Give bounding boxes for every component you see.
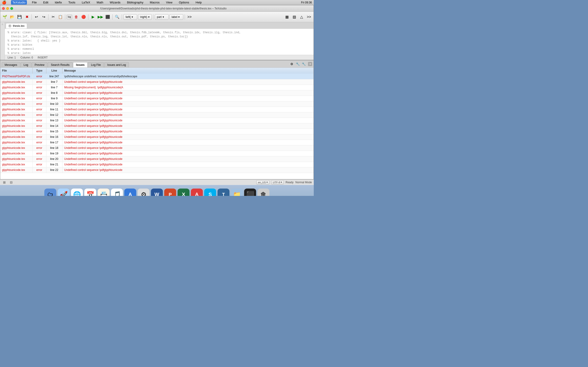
dock-chrome[interactable]: 🌐 bbox=[71, 189, 83, 196]
tab-issues-and-log[interactable]: Issues and Log bbox=[104, 62, 129, 67]
dock-terminal[interactable]: ⬛ bbox=[244, 189, 256, 196]
table-row[interactable]: glyphtounicode.texerrorline 19Undefined … bbox=[0, 151, 313, 156]
table-row[interactable]: glyphtounicode.texerrorline 15Undefined … bbox=[0, 129, 313, 134]
encoding-dropdown[interactable]: UTF-8▾ bbox=[271, 180, 284, 184]
close-button[interactable]: ✖ bbox=[24, 14, 30, 20]
editor-line-4: % arara: bibtex bbox=[8, 43, 32, 47]
table-row[interactable]: glyphtounicode.texerrorline 20Undefined … bbox=[0, 156, 313, 162]
dock-itunes[interactable]: 🎵 bbox=[111, 189, 123, 196]
panel-left-icon[interactable]: ⊞ bbox=[2, 180, 7, 185]
compile-next-button[interactable]: ▶▶ bbox=[97, 14, 104, 20]
table-row[interactable]: glyphtounicode.texerrorline 18Undefined … bbox=[0, 145, 313, 151]
dock-launcher[interactable]: 🚀 bbox=[58, 189, 69, 196]
left-cmd-dropdown[interactable]: \left(▾ bbox=[123, 14, 137, 20]
view-mode-1[interactable]: ▦ bbox=[284, 14, 290, 20]
filter-icon[interactable]: 🔧 bbox=[295, 61, 300, 67]
menu-macros[interactable]: Macros bbox=[148, 0, 161, 5]
maximize-window-button[interactable] bbox=[10, 7, 13, 10]
minimize-window-button[interactable] bbox=[6, 7, 9, 10]
copy-button[interactable]: 📋 bbox=[57, 14, 64, 20]
label-dropdown[interactable]: label▾ bbox=[170, 14, 183, 20]
table-row[interactable]: glyphtounicode.texerrorline 22Undefined … bbox=[0, 167, 313, 173]
table-row[interactable]: glyphtounicode.texerrorline 12Undefined … bbox=[0, 112, 313, 118]
view-mode-4[interactable]: >> bbox=[306, 14, 312, 20]
dock-systemprefs[interactable]: ⚙ bbox=[138, 189, 149, 196]
stop-button[interactable]: 🔴 bbox=[80, 14, 87, 20]
editor-text-area[interactable]: % arara: clean: { files: [thesis.aux, th… bbox=[5, 29, 313, 55]
view-mode-3[interactable]: △ bbox=[298, 14, 305, 20]
close-panel-button[interactable]: ✕ bbox=[308, 62, 312, 66]
col-header-type: Type bbox=[32, 68, 46, 74]
dock-addressbook[interactable]: 📇 bbox=[98, 189, 110, 196]
apple-menu[interactable]: 🍎 bbox=[2, 0, 6, 5]
dock-powerpoint[interactable]: P bbox=[164, 189, 176, 196]
dock-files[interactable]: 📁 bbox=[231, 189, 243, 196]
tab-search-results[interactable]: Search Results bbox=[48, 62, 72, 67]
menu-file[interactable]: File bbox=[31, 0, 38, 5]
remove-button[interactable]: 🗑 bbox=[73, 14, 79, 20]
dock-trash[interactable]: 🗑 bbox=[258, 189, 269, 196]
table-row[interactable]: glyphtounicode.texerrorline 13Undefined … bbox=[0, 118, 313, 123]
menu-wizards[interactable]: Wizards bbox=[108, 0, 122, 5]
menu-view[interactable]: View bbox=[165, 0, 174, 5]
menu-options[interactable]: Options bbox=[178, 0, 191, 5]
settings-icon[interactable]: ⚙ bbox=[289, 61, 294, 67]
table-row[interactable]: glyphtounicode.texerrorline 7Undefined c… bbox=[0, 79, 313, 85]
table-row[interactable]: glyphtounicode.texerrorline 8Undefined c… bbox=[0, 90, 313, 96]
table-row[interactable]: PhDThesisPSnPDF.clserrorline 247\pdfshel… bbox=[0, 74, 313, 79]
table-row[interactable]: glyphtounicode.texerrorline 11Undefined … bbox=[0, 107, 313, 112]
dock-calendar[interactable]: 📅 bbox=[84, 189, 96, 196]
panel-right-icon[interactable]: ⊟ bbox=[9, 180, 14, 185]
cell-type: error bbox=[32, 101, 46, 107]
dock-acrobat[interactable]: A bbox=[191, 189, 203, 196]
menu-latex[interactable]: LaTeX bbox=[80, 0, 92, 5]
tab-close-button[interactable]: ✕ bbox=[8, 24, 11, 27]
dock-finder[interactable]: 🗂 bbox=[44, 189, 56, 196]
menu-help[interactable]: Help bbox=[194, 0, 203, 5]
menu-idefix[interactable]: Idefix bbox=[53, 0, 63, 5]
dock-word[interactable]: W bbox=[151, 189, 163, 196]
log-button[interactable]: log bbox=[67, 15, 72, 19]
clear-icon[interactable]: 🔧 bbox=[301, 61, 306, 67]
dock-texstudio[interactable]: T bbox=[217, 189, 229, 196]
right-cmd-dropdown[interactable]: \right)▾ bbox=[138, 14, 152, 20]
dock-skype[interactable]: S bbox=[204, 189, 216, 196]
tab-log[interactable]: Log bbox=[21, 62, 31, 67]
close-window-button[interactable] bbox=[2, 7, 5, 10]
language-dropdown[interactable]: en_US▾ bbox=[256, 180, 269, 184]
compile-button[interactable]: ▶ bbox=[90, 14, 96, 20]
tab-preview[interactable]: Preview bbox=[32, 62, 48, 67]
tab-messages[interactable]: Messages bbox=[2, 62, 20, 67]
cut-button[interactable]: ✂ bbox=[50, 14, 56, 20]
undo-button[interactable]: ↩ bbox=[33, 14, 40, 20]
save-button[interactable]: 💾 bbox=[16, 14, 23, 20]
part-dropdown[interactable]: part▾ bbox=[155, 14, 169, 20]
table-row[interactable]: glyphtounicode.texerrorline 16Undefined … bbox=[0, 134, 313, 140]
table-row[interactable]: glyphtounicode.texerrorline 21Undefined … bbox=[0, 162, 313, 167]
redo-button[interactable]: ↪ bbox=[40, 14, 47, 20]
table-row[interactable]: glyphtounicode.texerrorline 7Missing \be… bbox=[0, 85, 313, 90]
tab-log-file[interactable]: Log File bbox=[88, 62, 104, 67]
view-mode-2[interactable]: ▧ bbox=[291, 14, 297, 20]
dock-excel[interactable]: X bbox=[178, 189, 190, 196]
table-row[interactable]: glyphtounicode.texerrorline 10Undefined … bbox=[0, 101, 313, 107]
menu-bibliography[interactable]: Bibliography bbox=[126, 0, 145, 5]
more-button[interactable]: >> bbox=[186, 14, 193, 20]
titlebar: /Users/greennell/Downloads/phd-thesis-te… bbox=[0, 5, 313, 12]
table-row[interactable]: glyphtounicode.texerrorline 9Undefined c… bbox=[0, 96, 313, 101]
menu-math[interactable]: Math bbox=[95, 0, 105, 5]
menu-edit[interactable]: Edit bbox=[42, 0, 50, 5]
cell-file: glyphtounicode.tex bbox=[0, 162, 32, 167]
tab-issues[interactable]: Issues bbox=[73, 62, 87, 67]
stop-compile-button[interactable]: ⬛ bbox=[104, 14, 111, 20]
menu-tools[interactable]: Tools bbox=[67, 0, 77, 5]
open-button[interactable]: 📂 bbox=[9, 14, 15, 20]
dock-appstore[interactable]: A bbox=[124, 189, 136, 196]
menu-texstudio[interactable]: TeXstudio bbox=[11, 0, 27, 5]
table-row[interactable]: glyphtounicode.texerrorline 14Undefined … bbox=[0, 123, 313, 129]
tab-thesis-tex[interactable]: ✕ thesis.tex bbox=[6, 23, 27, 28]
cursor-column: Column: 0 bbox=[20, 56, 33, 59]
table-row[interactable]: glyphtounicode.texerrorline 17Undefined … bbox=[0, 140, 313, 145]
new-button[interactable]: 🌱 bbox=[2, 14, 8, 20]
search-button[interactable]: 🔍 bbox=[114, 14, 120, 20]
